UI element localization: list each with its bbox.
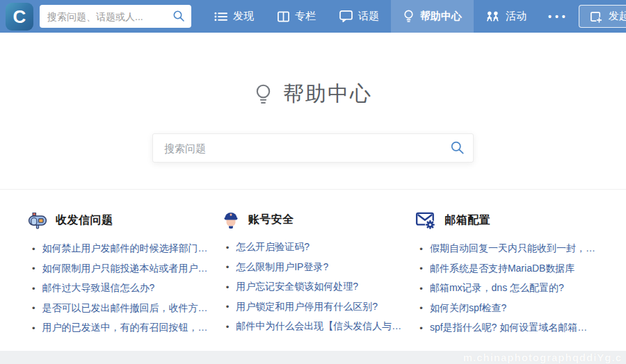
column-title: 邮箱配置 — [444, 213, 490, 228]
column-header: 邮箱配置 — [415, 210, 597, 230]
column-header: 收发信问题 — [28, 210, 209, 230]
question-link[interactable]: 是否可以已发出邮件撤回后，收件方不... — [42, 302, 209, 315]
create-post-button[interactable]: 发起 — [579, 5, 626, 28]
list-item: •spf是指什么呢? 如何设置域名邮箱的S... — [415, 318, 597, 338]
list-item: •邮件过大导致退信怎么办? — [28, 279, 209, 299]
nav-item-help-center[interactable]: 帮助中心 — [391, 0, 474, 33]
question-link[interactable]: 用户锁定和用户停用有什么区别? — [236, 301, 378, 313]
list-item: •是否可以已发出邮件撤回后，收件方不... — [28, 299, 209, 319]
nav-item-topic[interactable]: 话题 — [328, 0, 391, 33]
bullet-dot: • — [419, 323, 423, 333]
bullet-dot: • — [226, 322, 230, 332]
nav-label: 专栏 — [295, 10, 316, 23]
bullet-dot: • — [32, 283, 35, 294]
list-item: •邮件中为什么会出现【信头发信人与真... — [222, 317, 403, 337]
question-link[interactable]: 邮件系统是否支持MariaDB数据库 — [430, 263, 575, 275]
faq-section: 收发信问题 •如何禁止用户发邮件的时候选择部门，... •如何限制用户只能投递本… — [0, 190, 626, 351]
list-item: •如何关闭spf检查? — [415, 299, 597, 319]
top-navbar: C 发现 专栏 话题 帮助 — [0, 0, 626, 33]
search-icon[interactable] — [172, 10, 185, 25]
question-link[interactable]: 用户的已发送中，有的有召回按钮，有... — [42, 322, 209, 334]
list-item: •假期自动回复一天内只能收到一封，能... — [415, 239, 597, 259]
question-list: •如何禁止用户发邮件的时候选择部门，... •如何限制用户只能投递本站或者用户收… — [28, 239, 209, 338]
help-center-hero: 帮助中心 — [0, 33, 626, 190]
plus-square-icon — [589, 10, 602, 23]
question-link[interactable]: 如何限制用户只能投递本站或者用户收... — [42, 263, 209, 275]
column-header: 账号安全 — [222, 210, 403, 229]
question-link[interactable]: 邮箱mx记录，dns 怎么配置的? — [430, 282, 564, 295]
nav-item-discover[interactable]: 发现 — [202, 0, 266, 33]
nav-label: 话题 — [358, 10, 379, 23]
question-link[interactable]: 用户忘记安全锁该如何处理? — [236, 281, 358, 293]
list-item: •邮件系统是否支持MariaDB数据库 — [415, 259, 597, 279]
magnifier-icon[interactable] — [450, 140, 465, 158]
nav-item-column[interactable]: 专栏 — [266, 0, 328, 33]
question-link[interactable]: 如何禁止用户发邮件的时候选择部门，... — [42, 242, 209, 255]
nav-label: 活动 — [506, 10, 527, 23]
hero-search — [152, 133, 474, 163]
bullet-dot: • — [419, 263, 423, 274]
faq-column-mailbox-config: 邮箱配置 •假期自动回复一天内只能收到一封，能... •邮件系统是否支持Mari… — [415, 210, 609, 351]
question-link[interactable]: 假期自动回复一天内只能收到一封，能... — [430, 242, 597, 255]
guard-icon — [222, 210, 240, 229]
list-item: •如何限制用户只能投递本站或者用户收... — [28, 259, 209, 279]
mail-gear-icon — [415, 210, 436, 230]
list-item: •如何禁止用户发邮件的时候选择部门，... — [28, 239, 209, 259]
bullet-dot: • — [419, 244, 423, 254]
logo-letter: C — [13, 8, 26, 26]
chat-bubble-icon — [339, 10, 353, 22]
nav-item-more[interactable]: ••• — [538, 0, 579, 33]
people-icon — [485, 11, 500, 22]
question-link[interactable]: 邮件中为什么会出现【信头发信人与真... — [236, 320, 403, 333]
topbar-search — [40, 5, 191, 28]
bullet-dot: • — [419, 283, 423, 294]
lightbulb-icon — [254, 83, 273, 106]
list-item: •用户的已发送中，有的有召回按钮，有... — [28, 318, 209, 338]
top-navigation: 发现 专栏 话题 帮助中心 活动 ••• — [202, 0, 579, 33]
question-link[interactable]: 怎么开启验证码? — [236, 241, 310, 254]
list-item: •用户锁定和用户停用有什么区别? — [222, 297, 403, 317]
lightbulb-icon — [403, 9, 415, 24]
nav-label: 帮助中心 — [420, 10, 462, 23]
list-item: •用户忘记安全锁该如何处理? — [222, 277, 403, 297]
hero-search-input[interactable] — [152, 133, 474, 163]
question-link[interactable]: 怎么限制用户IP登录? — [236, 261, 328, 274]
app-logo[interactable]: C — [6, 3, 33, 31]
bullet-dot: • — [226, 282, 230, 292]
page-title: 帮助中心 — [254, 80, 372, 108]
list-icon — [214, 11, 227, 22]
faq-column-account-security: 账号安全 •怎么开启验证码? •怎么限制用户IP登录? •用户忘记安全锁该如何处… — [222, 210, 416, 351]
question-list: •怎么开启验证码? •怎么限制用户IP登录? •用户忘记安全锁该如何处理? •用… — [222, 238, 403, 337]
topbar-search-input[interactable] — [40, 5, 191, 28]
question-list: •假期自动回复一天内只能收到一封，能... •邮件系统是否支持MariaDB数据… — [415, 239, 597, 338]
column-title: 收发信问题 — [56, 213, 113, 228]
watermark: m.chinaphotographqddiYg.c — [463, 351, 622, 363]
bullet-dot: • — [419, 303, 423, 313]
list-item: •怎么限制用户IP登录? — [222, 258, 403, 278]
page-title-text: 帮助中心 — [283, 80, 372, 108]
mailbox-icon — [28, 210, 47, 230]
bullet-dot: • — [226, 262, 230, 272]
nav-item-activity[interactable]: 活动 — [474, 0, 538, 33]
question-link[interactable]: 邮件过大导致退信怎么办? — [42, 282, 155, 295]
question-link[interactable]: 如何关闭spf检查? — [430, 302, 506, 315]
list-item: •怎么开启验证码? — [222, 238, 403, 258]
nav-label: 发现 — [233, 10, 254, 23]
bullet-dot: • — [226, 242, 230, 253]
bullet-dot: • — [32, 263, 35, 274]
post-button-label: 发起 — [609, 10, 626, 23]
list-item: •邮箱mx记录，dns 怎么配置的? — [415, 279, 597, 299]
more-dots-icon: ••• — [548, 11, 569, 22]
bullet-dot: • — [226, 301, 230, 312]
faq-column-mail-issues: 收发信问题 •如何禁止用户发邮件的时候选择部门，... •如何限制用户只能投递本… — [28, 210, 222, 351]
question-link[interactable]: spf是指什么呢? 如何设置域名邮箱的S... — [430, 322, 597, 334]
bullet-dot: • — [32, 323, 35, 333]
columns-icon — [278, 11, 289, 22]
bullet-dot: • — [32, 303, 35, 313]
bullet-dot: • — [32, 244, 35, 254]
column-title: 账号安全 — [248, 213, 294, 227]
